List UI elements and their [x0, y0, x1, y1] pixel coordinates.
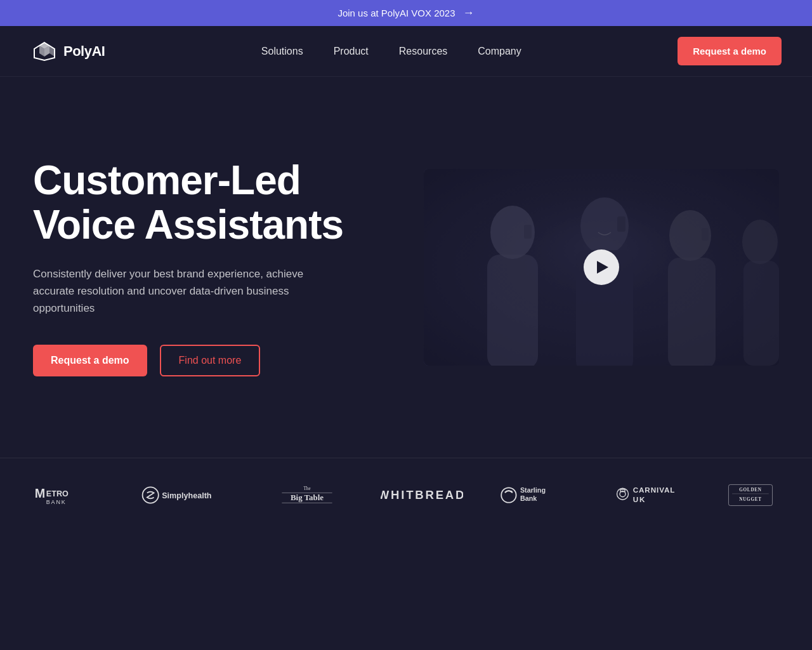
hero-title: Customer-Led Voice Assistants [33, 158, 343, 248]
navbar: PolyAI Solutions Product Resources Compa… [0, 26, 812, 77]
svg-text:Bank: Bank [520, 494, 537, 502]
logo-starling-bank: Starling Bank [499, 484, 575, 507]
svg-text:GOLDEN: GOLDEN [739, 488, 762, 493]
top-banner[interactable]: Join us at PolyAI VOX 2023 → [0, 0, 812, 26]
svg-text:BANK: BANK [46, 499, 67, 505]
nav-resources[interactable]: Resources [399, 46, 447, 57]
nav-links: Solutions Product Resources Company [261, 46, 521, 57]
logo-simplyhealth: Simplyhealth [138, 484, 233, 507]
logo-big-table: The Big Table [269, 484, 345, 507]
svg-text:CARNIVAL: CARNIVAL [633, 486, 676, 494]
golden-nugget-logo: GOLDEN NUGGET [722, 484, 779, 507]
whitbread-logo: WHITBREAD [381, 484, 463, 507]
logos-section: M ETRO BANK Simplyhealth The Big Table W… [0, 458, 812, 532]
hero-buttons: Request a demo Find out more [33, 345, 343, 376]
logo-carnival-uk: CARNIVAL UK [610, 484, 686, 507]
metro-bank-logo: M ETRO BANK [33, 484, 103, 507]
logo-text: PolyAI [63, 43, 105, 60]
svg-point-24 [501, 488, 516, 502]
banner-text: Join us at PolyAI VOX 2023 [337, 8, 455, 18]
logo[interactable]: PolyAI [30, 40, 105, 63]
nav-product[interactable]: Product [334, 46, 369, 57]
svg-text:Big Table: Big Table [291, 493, 324, 502]
svg-text:UK: UK [633, 495, 646, 503]
hero-request-demo-button[interactable]: Request a demo [33, 345, 147, 376]
svg-rect-29 [620, 489, 625, 492]
starling-bank-logo: Starling Bank [499, 484, 575, 507]
svg-text:Simplyhealth: Simplyhealth [162, 491, 211, 500]
svg-text:WHITBREAD: WHITBREAD [381, 489, 463, 502]
banner-arrow-icon: → [463, 6, 475, 20]
hero-section: Customer-Led Voice Assistants Consistent… [0, 77, 812, 458]
hero-video[interactable] [424, 169, 779, 366]
logo-icon [30, 40, 58, 63]
simplyhealth-logo: Simplyhealth [138, 484, 233, 507]
svg-text:Starling: Starling [520, 486, 546, 494]
nav-solutions[interactable]: Solutions [261, 46, 303, 57]
svg-text:ETRO: ETRO [46, 489, 69, 498]
hero-subtitle: Consistently deliver your best brand exp… [33, 265, 312, 317]
play-triangle-icon [597, 261, 608, 274]
svg-text:NUGGET: NUGGET [739, 497, 761, 502]
nav-request-demo-button[interactable]: Request a demo [678, 37, 782, 65]
nav-company[interactable]: Company [478, 46, 521, 57]
hero-find-out-more-button[interactable]: Find out more [160, 345, 261, 376]
svg-text:The: The [303, 486, 310, 491]
logo-whitbread: WHITBREAD [381, 484, 463, 507]
play-button[interactable] [584, 249, 619, 285]
carnival-uk-logo: CARNIVAL UK [610, 484, 686, 507]
logo-metro-bank: M ETRO BANK [33, 484, 103, 507]
big-table-logo: The Big Table [269, 484, 345, 507]
svg-text:M: M [35, 486, 45, 500]
svg-point-27 [617, 488, 629, 500]
hero-content: Customer-Led Voice Assistants Consistent… [33, 158, 343, 376]
logo-golden-nugget: GOLDEN NUGGET [722, 484, 779, 507]
